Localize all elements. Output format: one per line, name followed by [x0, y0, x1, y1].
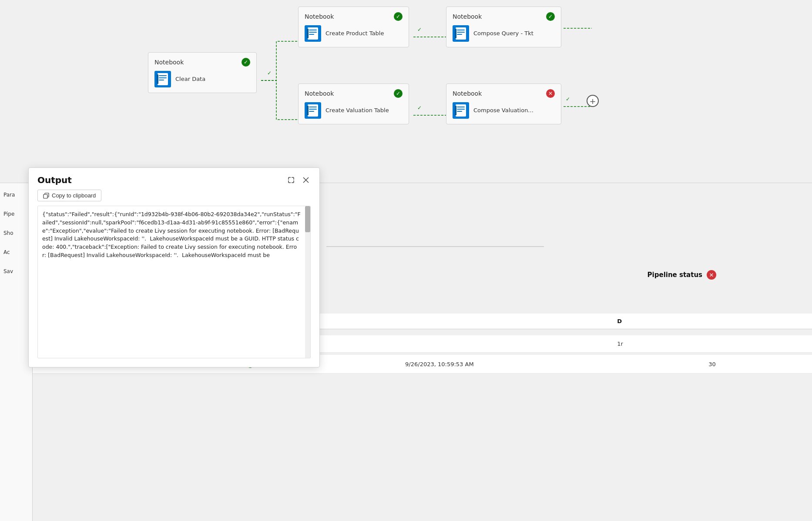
cell-run-start-2: 9/26/2023, 10:59:53 AM: [398, 361, 701, 367]
pipeline-canvas: ✓ ✓ ✓ ✓ Notebook ✓ Clear Data Notebo: [0, 0, 812, 183]
output-text: {"status":"Failed","result":{"runId":"1d…: [38, 206, 305, 358]
node-compose-valuation[interactable]: Notebook ✕ Compose Valuation...: [446, 83, 561, 124]
node-create-valuation-label: Create Valuation Table: [325, 107, 389, 114]
copy-to-clipboard-button[interactable]: Copy to clipboard: [37, 190, 101, 201]
node-create-product[interactable]: Notebook ✓ Create Product Table: [298, 7, 409, 47]
node-compose-valuation-status: ✕: [546, 89, 555, 98]
sidebar-sav: Sav: [3, 268, 29, 274]
left-sidebar: Para Pipe Sho Ac Sav: [0, 183, 33, 521]
svg-rect-29: [456, 104, 466, 117]
cell-d-1: 1r: [610, 341, 812, 347]
svg-rect-26: [457, 34, 462, 35]
add-node-button[interactable]: +: [587, 95, 599, 107]
node-compose-query-label: Compose Query - Tkt: [473, 30, 534, 37]
output-scrollbar-thumb[interactable]: [305, 206, 310, 232]
pipeline-status-icon: ✕: [707, 270, 716, 280]
svg-text:✓: ✓: [417, 105, 422, 111]
svg-rect-9: [157, 74, 158, 84]
pipeline-status-section: Pipeline status ✕: [648, 270, 716, 280]
svg-rect-23: [456, 27, 466, 40]
svg-rect-11: [308, 27, 318, 40]
output-modal-title: Output: [37, 175, 72, 185]
svg-rect-13: [309, 32, 317, 33]
output-scrollbar[interactable]: [305, 206, 310, 358]
close-button[interactable]: [301, 175, 311, 185]
sidebar-sho: Sho: [3, 230, 29, 236]
node-clear-data-title: Notebook: [154, 59, 184, 66]
svg-rect-32: [457, 111, 462, 112]
sidebar-para: Para: [3, 192, 29, 198]
sidebar-pipe: Pipe: [3, 211, 29, 217]
svg-rect-14: [309, 34, 314, 35]
notebook-icon-clear: [154, 71, 171, 87]
node-create-valuation[interactable]: Notebook ✓ Create Valuation Table: [298, 83, 409, 124]
node-create-valuation-status: ✓: [394, 89, 403, 98]
svg-rect-20: [309, 111, 314, 112]
svg-text:✓: ✓: [417, 27, 422, 33]
svg-rect-5: [158, 73, 168, 85]
node-create-valuation-title: Notebook: [305, 90, 334, 97]
node-clear-data[interactable]: Notebook ✓ Clear Data: [148, 52, 257, 93]
copy-icon: [43, 193, 49, 199]
node-create-product-status: ✓: [394, 12, 403, 21]
expand-button[interactable]: [286, 175, 296, 185]
cell-d-2: 30: [701, 361, 812, 367]
notebook-icon-compose-valuation: [453, 102, 469, 119]
output-modal-header: Output: [29, 168, 319, 190]
svg-rect-12: [309, 30, 317, 30]
sidebar-ac: Ac: [3, 249, 29, 255]
svg-text:✓: ✓: [566, 96, 570, 102]
svg-rect-21: [307, 106, 309, 115]
svg-rect-30: [457, 107, 465, 107]
svg-rect-25: [457, 32, 465, 33]
output-header-icons: [286, 175, 311, 185]
svg-rect-8: [159, 80, 164, 80]
svg-rect-24: [457, 30, 465, 30]
svg-rect-34: [44, 194, 47, 198]
svg-rect-7: [159, 77, 167, 78]
node-create-product-label: Create Product Table: [325, 30, 384, 37]
h-divider-1: [326, 246, 544, 247]
copy-label: Copy to clipboard: [52, 192, 96, 199]
node-clear-data-status: ✓: [242, 58, 250, 67]
pipeline-status-label: Pipeline status: [648, 271, 702, 279]
node-compose-valuation-title: Notebook: [453, 90, 482, 97]
notebook-icon-product: [305, 25, 321, 42]
node-create-product-title: Notebook: [305, 13, 334, 20]
svg-rect-27: [455, 29, 456, 38]
output-modal: Output Copy to clipboard {"status":"Fail…: [28, 167, 320, 367]
node-compose-query[interactable]: Notebook ✓ Compose Query - Tkt: [446, 7, 561, 47]
notebook-icon-valuation: [305, 102, 321, 119]
svg-rect-17: [308, 104, 318, 117]
svg-rect-15: [307, 29, 309, 38]
notebook-icon-compose-query: [453, 25, 469, 42]
node-compose-query-status: ✓: [546, 12, 555, 21]
output-content[interactable]: {"status":"Failed","result":{"runId":"1d…: [37, 206, 311, 358]
svg-rect-19: [309, 109, 317, 110]
node-clear-data-label: Clear Data: [175, 76, 205, 83]
svg-rect-18: [309, 107, 317, 107]
svg-rect-33: [455, 106, 456, 115]
svg-text:✓: ✓: [267, 70, 272, 76]
svg-rect-31: [457, 109, 465, 110]
node-compose-query-title: Notebook: [453, 13, 482, 20]
col-d: D: [610, 318, 812, 324]
svg-rect-6: [159, 75, 167, 76]
node-compose-valuation-label: Compose Valuation...: [473, 107, 534, 114]
